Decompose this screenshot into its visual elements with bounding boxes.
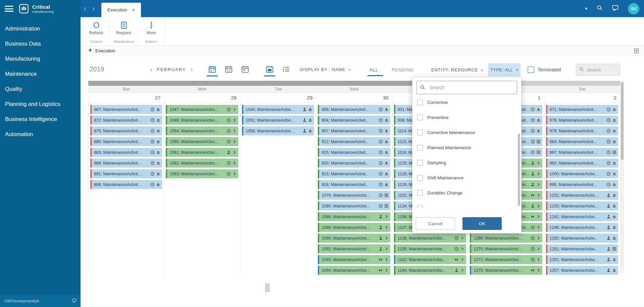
calendar-entry[interactable]: 880; MaintenanceActivit...	[90, 137, 162, 146]
checkbox[interactable]	[417, 145, 423, 150]
calendar-entry[interactable]: 1232; MaintenanceActivi...	[546, 191, 618, 200]
cancel-button[interactable]: Cancel	[416, 217, 455, 230]
schedule-view-icon[interactable]	[265, 65, 274, 75]
calendar-entry[interactable]: 1270; MaintenanceActivi...	[470, 244, 542, 253]
calendar-entry[interactable]: 1044; MaintenanceActivi...	[242, 105, 314, 114]
checkbox[interactable]	[417, 190, 423, 196]
calendar-entry[interactable]: 883; MaintenanceActivit...	[90, 148, 162, 157]
sidebar-item-planning-and-logistics[interactable]: Planning and Logistics	[0, 97, 81, 112]
calendar-entry[interactable]: 928; MaintenanceActivit...	[318, 180, 390, 189]
calendar-entry[interactable]: 912; MaintenanceActivit...	[318, 137, 390, 146]
grid-panel-icon[interactable]	[634, 48, 639, 54]
calendar-entry[interactable]: 923; MaintenanceActivit...	[318, 169, 390, 178]
calendar-entry[interactable]: 1051; MaintenanceActivi...	[242, 116, 314, 125]
sidebar-item-maintenance[interactable]: Maintenance	[0, 66, 81, 81]
display-by-dropdown[interactable]: DISPLAY BY : NAME▾	[300, 67, 351, 72]
checkbox[interactable]	[417, 175, 423, 181]
calendar-entry[interactable]: 1047; MaintenanceActivi...	[166, 105, 238, 114]
close-icon[interactable]: ×	[132, 7, 135, 13]
calendar-entry[interactable]: 1138; MaintenanceActivi...	[394, 234, 466, 243]
tab-execution[interactable]: Execution ×	[101, 3, 141, 17]
more-button[interactable]: More Actions	[138, 17, 165, 46]
scrollbar-thumb[interactable]	[265, 283, 270, 292]
scrollbar-thumb[interactable]	[621, 82, 624, 160]
chat-icon[interactable]	[612, 4, 619, 13]
checkbox[interactable]	[417, 100, 423, 105]
calendar-entry[interactable]: 1055; MaintenanceActivi...	[166, 137, 238, 146]
vertical-scrollbar[interactable]	[621, 81, 624, 272]
calendar-entry[interactable]: 1233; MaintenanceActivi...	[546, 201, 618, 210]
ok-button[interactable]: OK	[462, 217, 502, 230]
chevron-down-icon[interactable]: ▾	[585, 6, 587, 11]
calendar-entry[interactable]: 987; MaintenanceActivit...	[546, 148, 618, 157]
checkbox[interactable]	[417, 130, 423, 135]
type-dropdown-button[interactable]: TYPE: ALL▾	[488, 63, 521, 76]
sidebar-item-business-data[interactable]: Business Data	[0, 36, 81, 51]
search-icon[interactable]	[596, 5, 603, 12]
type-option[interactable]: Corrective	[417, 95, 521, 110]
calendar-entry[interactable]: 867; MaintenanceActivit...	[90, 105, 162, 114]
entity-dropdown[interactable]: ENTITY: RESOURCE▾	[431, 67, 483, 72]
type-option[interactable]: Shift Maintenance	[417, 170, 521, 185]
calendar-entry[interactable]: 1272; MaintenanceActivi...	[470, 255, 542, 264]
checkbox[interactable]	[417, 115, 423, 120]
checkbox[interactable]	[417, 160, 423, 166]
prev-month-icon[interactable]: ‹	[150, 67, 152, 72]
calendar-entry[interactable]: 1093; MaintenanceActivi...	[318, 255, 390, 264]
type-option[interactable]: Sampling	[417, 155, 521, 170]
tab-all[interactable]: ALL	[369, 67, 378, 72]
calendar-entry[interactable]: 1242; MaintenanceActivi...	[546, 212, 618, 221]
year-label[interactable]: 2019	[89, 65, 104, 73]
calendar-entry[interactable]: 1139; MaintenanceActivi...	[394, 244, 466, 253]
calendar-entry[interactable]: 1246; MaintenanceActivi...	[546, 223, 618, 232]
calendar-entry[interactable]: 1144; MaintenanceActivi...	[394, 266, 466, 275]
calendar-entry[interactable]: 899; MaintenanceActivit...	[318, 105, 390, 114]
calendar-entry[interactable]: 1275; MaintenanceActivi...	[470, 266, 542, 275]
calendar-entry[interactable]: 1257; MaintenanceActivi...	[546, 266, 618, 275]
type-option[interactable]: Durables Change	[417, 185, 521, 200]
next-month-icon[interactable]: ›	[191, 67, 193, 72]
list-view-icon[interactable]	[282, 65, 290, 75]
calendar-entry[interactable]: 872; MaintenanceActivit...	[90, 116, 162, 125]
sidebar-item-manufacturing[interactable]: Manufacturing	[0, 51, 81, 66]
day-view-icon[interactable]	[241, 65, 249, 75]
calendar-entry[interactable]: 1269; MaintenanceActivi...	[470, 234, 542, 243]
calendar-entry[interactable]: 995; MaintenanceActivit...	[546, 180, 618, 189]
calendar-entry[interactable]: 1252; MaintenanceActivi...	[546, 255, 618, 264]
type-option-partial[interactable]	[417, 200, 521, 208]
calendar-entry[interactable]: 1142; MaintenanceActivi...	[394, 255, 466, 264]
calendar-entry[interactable]: 979; MaintenanceActivit...	[546, 126, 618, 135]
sidebar-item-automation[interactable]: Automation	[0, 127, 81, 142]
checkbox[interactable]	[417, 205, 423, 208]
back-icon[interactable]: ‹	[81, 0, 89, 17]
calendar-entry[interactable]: 1090; MaintenanceActivi...	[318, 234, 390, 243]
type-filter-search-input[interactable]	[416, 81, 517, 94]
sidebar-item-business-intelligence[interactable]: Business Intelligence	[0, 112, 81, 127]
scrollbar-thumb[interactable]	[88, 81, 418, 86]
menu-icon[interactable]	[5, 5, 13, 12]
calendar-entry[interactable]: 976; MaintenanceActivit...	[546, 116, 618, 125]
calendar-entry[interactable]: 984; MaintenanceActivit...	[546, 137, 618, 146]
calendar-entry[interactable]: 1089; MaintenanceActivi...	[318, 223, 390, 232]
calendar-entry[interactable]: 891; MaintenanceActivit...	[90, 169, 162, 178]
forward-icon[interactable]: ›	[89, 0, 98, 17]
calendar-entry[interactable]: 1250; MaintenanceActivi...	[546, 234, 618, 243]
type-option[interactable]: Preventive	[417, 110, 521, 125]
calendar-entry[interactable]: 1094; MaintenanceActivi...	[318, 266, 390, 275]
terminated-checkbox[interactable]	[528, 66, 534, 73]
refresh-button[interactable]: Refresh Content	[83, 17, 110, 46]
scrollbar-thumb[interactable]	[518, 134, 520, 206]
calendar-entry[interactable]: 1088; MaintenanceActivi...	[318, 212, 390, 221]
month-view-icon[interactable]	[208, 65, 216, 75]
sidebar-item-quality[interactable]: Quality	[0, 81, 81, 97]
calendar-entry[interactable]: 1000; MaintenanceActivi...	[546, 169, 618, 178]
calendar-entry[interactable]: 1251; MaintenanceActivi...	[546, 244, 618, 253]
calendar-entry[interactable]: 1063; MaintenanceActivi...	[166, 169, 238, 178]
calendar-entry[interactable]: 971; MaintenanceActivit...	[546, 105, 618, 114]
tab-pending[interactable]: PENDING	[392, 67, 414, 72]
calendar-entry[interactable]: 915; MaintenanceActivit...	[318, 148, 390, 157]
search-input[interactable]	[586, 67, 616, 73]
calendar-entry[interactable]: 888; MaintenanceActivit...	[90, 159, 162, 168]
calendar-entry[interactable]: 920; MaintenanceActivit...	[318, 159, 390, 168]
calendar-entry[interactable]: 1062; MaintenanceActivi...	[166, 159, 238, 168]
